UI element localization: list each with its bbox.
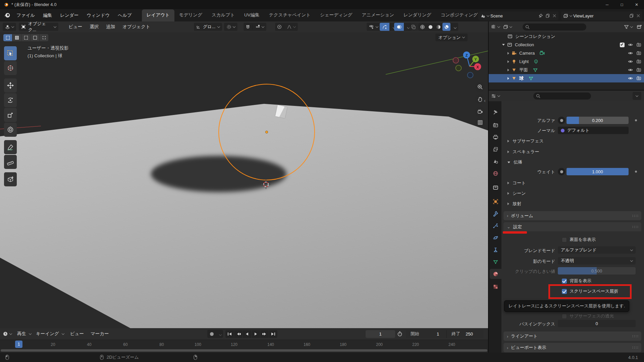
outliner-filter-button[interactable] <box>624 24 633 29</box>
properties-editor-type-button[interactable] <box>491 94 500 99</box>
outliner-row-collection[interactable]: Collection <box>489 41 644 49</box>
viewport-display-panel-header[interactable]: ›ビューポート表示 <box>503 343 641 352</box>
workspace-tab-modeling[interactable]: モデリング <box>174 9 207 21</box>
disable-render-icon[interactable] <box>636 59 641 64</box>
pass-index-field[interactable]: 0 <box>558 320 636 327</box>
checkbox-unchecked[interactable] <box>562 237 567 242</box>
drag-handle-icon[interactable] <box>632 335 638 338</box>
properties-search-input[interactable] <box>533 93 591 100</box>
drag-handle-icon[interactable] <box>632 215 638 217</box>
tool-move[interactable] <box>4 78 17 93</box>
clip-threshold-slider[interactable]: 0.500 <box>558 267 636 275</box>
shading-settings-dropdown[interactable] <box>450 24 458 29</box>
transform-orientation-dropdown[interactable]: グロ... <box>194 23 222 31</box>
proportional-falloff-dropdown[interactable] <box>284 24 298 29</box>
camera-view-button[interactable] <box>475 107 485 117</box>
expand-icon[interactable] <box>507 52 509 55</box>
outliner-display-mode-button[interactable] <box>503 24 512 29</box>
lineart-panel-header[interactable]: ›ラインアート <box>503 331 641 341</box>
menu-help[interactable]: ヘルプ <box>114 9 136 21</box>
play-button[interactable] <box>252 330 260 338</box>
outliner-row-camera[interactable]: Camera <box>489 49 644 57</box>
collection-exclude-checkbox[interactable] <box>620 43 625 47</box>
menu-render[interactable]: レンダー <box>56 9 83 21</box>
settings-panel-header[interactable]: ⌄設定 <box>503 222 641 231</box>
workspace-tab-layout[interactable]: レイアウト <box>142 9 174 21</box>
maximize-button[interactable]: □ <box>614 0 629 9</box>
disable-render-icon[interactable] <box>636 51 641 56</box>
tab-physics[interactable] <box>490 233 501 243</box>
checkbox-unchecked[interactable] <box>562 314 567 319</box>
hide-eye-icon[interactable] <box>628 51 633 56</box>
auto-key-settings-dropdown[interactable] <box>216 331 223 337</box>
menu-edit[interactable]: 編集 <box>39 9 56 21</box>
shading-rendered-button[interactable] <box>442 23 450 31</box>
select-mode-extend[interactable] <box>12 34 21 41</box>
minimize-button[interactable]: ─ <box>600 0 614 9</box>
alpha-socket[interactable] <box>558 117 565 124</box>
select-mode-intersect[interactable] <box>40 34 48 41</box>
menu-view[interactable]: ビュー <box>67 24 84 30</box>
tab-object-data[interactable] <box>490 257 501 267</box>
tool-rotate[interactable] <box>4 93 17 107</box>
scene-selector[interactable]: Scene <box>478 11 558 20</box>
workspace-tab-rendering[interactable]: レンダリング <box>399 9 436 21</box>
hide-eye-icon[interactable] <box>628 42 633 47</box>
disable-render-icon[interactable] <box>636 67 641 72</box>
view-layer-selector[interactable]: ViewLayer <box>561 11 642 20</box>
workspace-tab-shading[interactable]: シェーディング <box>315 9 357 21</box>
tab-view-layer[interactable] <box>490 144 501 154</box>
app-menu-button[interactable] <box>0 9 12 21</box>
tab-modifiers[interactable] <box>490 208 501 219</box>
tab-object[interactable] <box>490 196 501 206</box>
workspace-tab-animation[interactable]: アニメーション <box>357 9 399 21</box>
tool-annotate[interactable] <box>4 140 17 154</box>
pin-icon[interactable] <box>538 13 543 18</box>
tool-add-cube[interactable] <box>4 172 17 186</box>
tab-output[interactable] <box>490 132 501 142</box>
emission-section[interactable]: 放射 <box>507 201 521 207</box>
gizmo-axis-neg-z[interactable] <box>468 72 473 78</box>
tab-constraints[interactable] <box>490 245 501 255</box>
playhead[interactable]: 1 <box>15 341 22 348</box>
start-value[interactable]: 1 <box>437 331 439 337</box>
tool-cursor[interactable] <box>4 61 17 75</box>
properties-options-dropdown[interactable] <box>633 92 641 100</box>
jump-to-end-button[interactable] <box>269 330 277 338</box>
weight-socket[interactable] <box>558 168 565 175</box>
tab-texture[interactable] <box>490 282 501 292</box>
menu-add[interactable]: 追加 <box>105 24 116 30</box>
tool-scale[interactable] <box>4 108 17 122</box>
next-keyframe-button[interactable] <box>260 330 269 338</box>
timeline-editor-type-button[interactable] <box>3 331 12 337</box>
snap-settings-dropdown[interactable] <box>252 24 266 29</box>
checkbox-checked[interactable] <box>562 279 567 284</box>
mode-dropdown[interactable]: オブジェク... <box>19 23 58 31</box>
menu-window[interactable]: ウィンドウ <box>83 9 114 21</box>
tool-select-box[interactable] <box>4 46 17 60</box>
sidebar-toggle-icon[interactable]: ‹ <box>484 98 486 103</box>
blend-mode-dropdown[interactable]: アルファブレンド <box>558 246 636 254</box>
hide-eye-icon[interactable] <box>628 59 633 64</box>
shading-material-button[interactable] <box>434 23 442 31</box>
subsurface-section[interactable]: サブサーフェス <box>507 138 544 144</box>
workspace-tab-compositing[interactable]: コンポジティング <box>436 9 483 21</box>
sheen-section[interactable]: シーン <box>507 190 526 196</box>
disable-render-icon[interactable] <box>636 76 641 81</box>
menu-object[interactable]: オブジェクト <box>121 24 152 30</box>
disable-render-icon[interactable] <box>636 42 641 47</box>
tab-scene[interactable] <box>490 156 501 166</box>
workspace-tab-texture-paint[interactable]: テクスチャペイント <box>264 9 315 21</box>
animate-dot[interactable] <box>635 171 637 173</box>
end-value[interactable]: 250 <box>466 331 473 337</box>
outliner-row-light[interactable]: Light <box>489 57 644 66</box>
close-button[interactable]: ✕ <box>629 0 644 9</box>
play-reverse-button[interactable] <box>243 330 251 338</box>
menu-select[interactable]: 選択 <box>88 24 100 30</box>
tool-transform[interactable] <box>4 123 17 137</box>
outliner-search-input[interactable] <box>523 23 586 31</box>
auto-key-toggle[interactable] <box>207 330 216 338</box>
outliner-row-scene-collection[interactable]: シーンコレクション <box>489 32 644 41</box>
outliner-editor-type-button[interactable] <box>491 24 500 29</box>
transmission-section[interactable]: 伝播 <box>507 159 522 165</box>
